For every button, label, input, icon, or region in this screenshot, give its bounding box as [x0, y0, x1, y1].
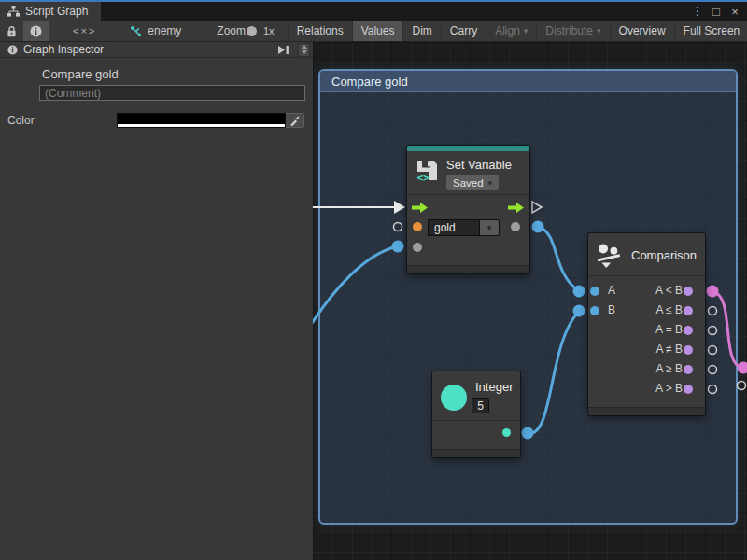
graph-inspector-panel: Graph Inspector Compare gold Color	[0, 42, 313, 560]
carry-button[interactable]: Carry	[441, 21, 486, 41]
node-set-variable[interactable]: <> Set Variable Saved ▾ gold ▾	[407, 146, 529, 273]
node-title: Set Variable	[446, 158, 512, 172]
tab-label: Script Graph	[25, 5, 88, 18]
zoom-slider-handle[interactable]	[247, 26, 257, 36]
overview-button[interactable]: Overview	[610, 21, 674, 41]
variable-kind-dropdown[interactable]: Saved ▾	[446, 175, 499, 190]
node-separator	[588, 275, 705, 276]
output-port-greater[interactable]	[684, 385, 693, 394]
arrow-up-icon	[302, 45, 307, 49]
maximize-icon[interactable]: □	[709, 3, 724, 20]
align-button[interactable]: Align▾	[486, 21, 536, 41]
output-port-not-equal[interactable]	[684, 345, 693, 355]
tab-bar: Script Graph ⋮ □ ×	[0, 0, 747, 21]
tab-script-graph[interactable]: Script Graph	[0, 2, 101, 21]
chevron-down-icon[interactable]: ▾	[480, 219, 500, 236]
output-label-greater-equal: A ≥ B	[655, 362, 683, 375]
flow-input-port[interactable]	[412, 203, 429, 213]
wire-endpoint-pink[interactable]	[738, 362, 747, 374]
svg-text:<>: <>	[417, 172, 430, 184]
toolbar-buttons: Relations Values Dim Carry Align▾ Distri…	[288, 21, 747, 41]
input-label-b: B	[608, 303, 615, 316]
info-icon	[30, 25, 42, 37]
graph-title: Compare gold	[42, 67, 305, 81]
output-label-greater: A > B	[655, 382, 683, 395]
color-row: Color	[0, 113, 313, 128]
zoom-value: 1x	[263, 21, 275, 41]
window-controls: ⋮ □ ×	[690, 2, 747, 21]
group-header[interactable]: Compare gold	[320, 71, 736, 92]
node-comparison[interactable]: Comparison A A < B B A ≤ B A = B	[588, 233, 705, 415]
variable-select[interactable]: gold ▾	[428, 219, 500, 236]
integer-value-input[interactable]: 5	[472, 398, 489, 413]
output-port-less-equal[interactable]	[684, 306, 693, 315]
variable-name-port[interactable]	[413, 222, 422, 231]
lock-button[interactable]	[0, 21, 23, 41]
variable-value: gold	[428, 219, 480, 236]
fullscreen-button[interactable]: Full Screen	[674, 21, 747, 41]
output-label-less: A < B	[655, 284, 683, 297]
group-title: Compare gold	[331, 75, 408, 89]
node-separator	[432, 420, 520, 421]
chevron-down-icon: ▾	[524, 26, 529, 35]
graph-toolbar: <×> enemy Zoom 1x Relations Values Dim C…	[0, 21, 747, 42]
eyedropper-button[interactable]	[286, 113, 304, 128]
node-title: Comparison	[631, 248, 697, 262]
flow-output-port[interactable]	[508, 203, 525, 213]
eyedropper-icon	[289, 116, 300, 126]
input-port-a[interactable]	[590, 287, 599, 296]
color-field[interactable]	[117, 113, 304, 128]
input-port-b[interactable]	[590, 306, 599, 315]
output-port-equal[interactable]	[684, 326, 693, 335]
integer-icon	[441, 385, 467, 411]
output-port-less[interactable]	[684, 287, 693, 296]
value-input-port[interactable]	[413, 243, 422, 252]
script-graph-icon	[7, 6, 20, 17]
graph-asset-icon	[130, 25, 143, 37]
lock-icon	[7, 25, 17, 37]
dock-pane-button[interactable]	[275, 45, 292, 55]
value-output-port[interactable]	[511, 222, 520, 231]
graph-name: enemy	[148, 24, 181, 37]
set-variable-icon: <>	[415, 158, 440, 183]
dim-button[interactable]: Dim	[402, 21, 440, 41]
input-label-a: A	[608, 284, 615, 297]
output-label-not-equal: A ≠ B	[655, 343, 683, 356]
node-footer	[588, 407, 705, 415]
pane-stepper[interactable]	[298, 43, 310, 57]
arrow-down-icon	[302, 50, 307, 54]
node-footer	[432, 449, 520, 457]
color-swatch[interactable]	[117, 113, 286, 128]
values-button[interactable]: Values	[352, 21, 403, 41]
node-title: Integer	[475, 380, 513, 394]
relations-button[interactable]: Relations	[288, 21, 352, 41]
output-label-less-equal: A ≤ B	[655, 303, 683, 316]
close-icon[interactable]: ×	[727, 3, 742, 20]
chevron-down-icon: ▾	[597, 26, 601, 35]
node-footer	[407, 265, 529, 273]
window-menu-icon[interactable]: ⋮	[690, 3, 705, 20]
script-graph-window: Script Graph ⋮ □ × <×>	[0, 0, 747, 560]
alpha-bar	[118, 124, 285, 127]
zoom-label: Zoom	[217, 21, 246, 41]
color-label: Color	[7, 114, 117, 127]
integer-output-port[interactable]	[502, 428, 511, 437]
code-preview-button[interactable]: <×>	[65, 21, 104, 41]
node-separator	[407, 194, 529, 195]
node-accent-bar	[407, 146, 529, 151]
node-integer[interactable]: Integer 5	[432, 371, 520, 457]
dock-icon	[277, 45, 289, 55]
distribute-button[interactable]: Distribute▾	[536, 21, 609, 41]
graph-inspector-title: Graph Inspector	[23, 43, 269, 56]
empty-port-indicator	[738, 382, 746, 390]
graph-inspector-header: Graph Inspector	[0, 42, 313, 58]
chevron-down-icon: ▾	[488, 178, 493, 188]
comparison-icon	[596, 242, 622, 268]
output-port-greater-equal[interactable]	[684, 365, 693, 374]
code-icon: <×>	[73, 25, 96, 36]
comment-input[interactable]	[39, 85, 305, 101]
output-label-equal: A = B	[655, 323, 683, 336]
graph-canvas[interactable]: Compare gold	[313, 42, 747, 560]
graph-breadcrumb[interactable]: enemy	[130, 21, 181, 41]
inspector-toggle-button[interactable]	[23, 21, 49, 41]
